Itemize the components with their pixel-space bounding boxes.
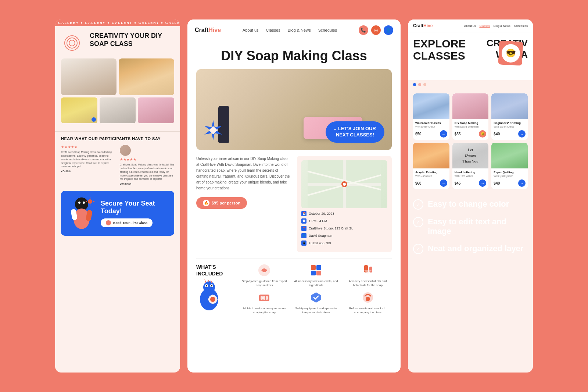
right-logo: CraftHive <box>413 23 433 28</box>
review-text-1: CraftHive's Soap Making class exceeded m… <box>61 150 115 168</box>
book-first-class-button[interactable]: Book Your First Class <box>101 218 153 227</box>
svg-point-11 <box>88 199 92 204</box>
small-img-3 <box>138 97 174 123</box>
nav-phone-icon[interactable]: 📞 <box>359 25 368 35</box>
price-button[interactable]: 🔥 $95 per person <box>196 197 247 209</box>
class-instructor-2: With Sarah Crafts <box>494 125 526 128</box>
class-card-3: Acrylic Painting With Jana Dee $60 → <box>413 143 449 189</box>
nav-user-icon[interactable]: 👤 <box>384 25 393 35</box>
included-text-2: A variety of essential oils and botanica… <box>344 279 392 287</box>
included-header: WHAT'S INCLUDED <box>196 264 392 315</box>
svg-point-2 <box>69 40 75 46</box>
oils-icon <box>361 264 374 277</box>
included-text-5: Refreshments and snacks to accompany the… <box>344 306 392 314</box>
nav-classes[interactable]: Classes <box>266 28 280 32</box>
included-left: WHAT'S INCLUDED <box>196 264 233 315</box>
circles-icon <box>61 32 83 54</box>
guidance-icon <box>258 264 271 277</box>
review-text-2: Craftive's Soap Making class was fantast… <box>120 163 174 181</box>
class-instructor-3: With Jana Dee <box>415 175 447 177</box>
class-card-2: Beginners' Knitting With Sarah Crafts $4… <box>491 93 528 140</box>
map-svg <box>301 160 387 208</box>
svg-point-27 <box>203 281 215 293</box>
book-btn-label: Book Your First Class <box>113 221 147 225</box>
decorative-dots <box>408 80 533 89</box>
person-icon: 👤 <box>301 233 306 238</box>
secure-seat-title: Secure Your Seat Today! <box>101 200 168 215</box>
included-item-5: Refreshments and snacks to accompany the… <box>344 291 392 314</box>
feature-text-2: Neat and organized layer <box>428 244 523 253</box>
right-nav-about[interactable]: About us <box>464 24 476 28</box>
middle-content: DIY Soap Making Class <box>187 41 401 322</box>
classes-grid: Watercolor Basics With Emily Arthur $50 … <box>408 89 533 193</box>
svg-rect-45 <box>316 271 321 275</box>
hear-title: HEAR WHAT OUR PARTICIPANTS HAVE TO SAY <box>61 136 174 141</box>
class-title-1: DIY Soap Making <box>455 121 487 125</box>
class-emoji-btn-1[interactable]: 😊 <box>479 130 486 138</box>
right-nav-schedules[interactable]: Schedules <box>514 24 528 28</box>
class-arrow-btn-5[interactable]: → <box>518 179 526 187</box>
location-icon: 📍 <box>301 226 306 231</box>
review-author-1: - Delilah <box>61 170 115 172</box>
class-arrow-btn-2[interactable]: → <box>518 130 526 138</box>
svg-rect-43 <box>316 265 321 270</box>
svg-rect-42 <box>311 265 316 270</box>
time-text: 1 PM - 4 PM <box>309 219 327 223</box>
nav-schedules[interactable]: Schedules <box>318 28 337 32</box>
nav-social-icon[interactable]: ◎ <box>371 25 381 35</box>
price-label: $95 per person <box>212 201 240 205</box>
included-title: WHAT'S INCLUDED <box>196 264 233 277</box>
safety-icon <box>309 291 323 304</box>
dino-illustration <box>196 279 222 312</box>
class-arrow-btn-0[interactable]: → <box>440 130 447 138</box>
right-nav: CraftHive About us Classes Blog & News S… <box>408 19 533 32</box>
secure-seat-banner: Secure Your Seat Today! Book Your First … <box>61 191 174 236</box>
left-panel: GALLERY ● GALLERY ● GALLERY ● GALLERY ● … <box>55 19 180 373</box>
right-nav-blog[interactable]: Blog & News <box>494 24 510 28</box>
svg-rect-40 <box>216 299 218 300</box>
class-title-2: Beginners' Knitting <box>494 121 526 125</box>
hero-img-1 <box>61 58 116 95</box>
class-card-0: Watercolor Basics With Emily Arthur $50 … <box>413 93 449 140</box>
feature-check-2: ✓ <box>413 244 423 254</box>
class-price-3: $60 <box>415 181 422 185</box>
svg-marker-32 <box>204 279 207 283</box>
phone-icon: 📱 <box>301 240 306 246</box>
nav-blog[interactable]: Blog & News <box>288 28 311 32</box>
included-grid: Step-by-step guidance from expert soap m… <box>240 264 392 315</box>
class-arrow-btn-3[interactable]: → <box>440 179 447 187</box>
middle-panel: CraftHive About us Classes Blog & News S… <box>187 19 401 373</box>
hero-img-2 <box>119 58 174 95</box>
class-price-0: $50 <box>415 132 422 136</box>
middle-body: Unleash your inner artisan in our DIY So… <box>196 156 392 252</box>
feature-text-1: Easy to edit text and image <box>428 217 528 236</box>
svg-rect-7 <box>71 209 78 221</box>
class-info-box: 📅 October 20, 2023 🕐 1 PM - 4 PM 📍 Craft… <box>297 156 392 252</box>
hero-image-container: LET'S JOIN OUR NEXT CLASSES! <box>196 69 392 150</box>
svg-point-36 <box>210 297 215 302</box>
feature-item-2: ✓ Neat and organized layer <box>413 244 528 254</box>
included-text-3: Molds to make an easy move on shaping th… <box>240 306 288 314</box>
class-card-5: Paper Quilling With Quill Queen $40 → <box>491 143 528 189</box>
class-description: Unleash your inner artisan in our DIY So… <box>196 156 291 191</box>
svg-rect-52 <box>266 296 268 300</box>
join-classes-button[interactable]: LET'S JOIN OUR NEXT CLASSES! <box>326 121 384 143</box>
nav-about[interactable]: About us <box>243 28 258 32</box>
middle-nav: CraftHive About us Classes Blog & News S… <box>187 19 401 41</box>
svg-rect-44 <box>311 271 316 275</box>
class-instructor-0: With Emily Arthur <box>415 125 447 128</box>
price-icon: 🔥 <box>203 200 209 206</box>
date-text: October 20, 2023 <box>309 212 334 215</box>
class-description-col: Unleash your inner artisan in our DIY So… <box>196 156 291 252</box>
right-nav-classes[interactable]: Classes <box>479 24 490 28</box>
feature-text-0: Easy to change color <box>428 199 509 209</box>
phone-text: +0123 456 789 <box>309 241 331 245</box>
class-arrow-btn-4[interactable]: → <box>479 179 486 187</box>
secure-seat-art <box>67 197 96 230</box>
small-img-2 <box>100 97 136 123</box>
feature-check-0: ✓ <box>413 199 423 210</box>
small-img-1 <box>61 97 97 123</box>
svg-point-57 <box>366 297 370 301</box>
location-text: CraftHive Studio, 123 Craft St. <box>309 227 353 230</box>
right-panel: CraftHive About us Classes Blog & News S… <box>408 19 533 373</box>
